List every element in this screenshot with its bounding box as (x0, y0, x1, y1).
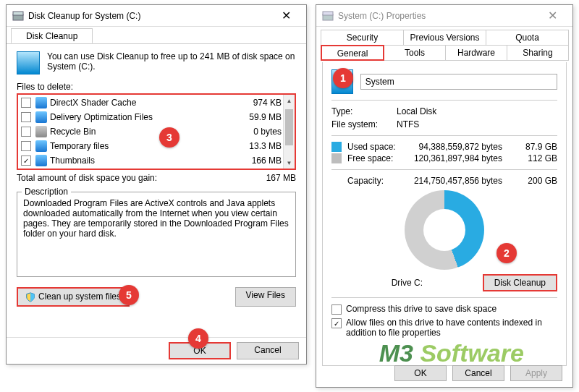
tab-quota[interactable]: Quota (486, 30, 569, 46)
file-type-icon (35, 111, 47, 123)
compress-checkbox-row[interactable]: Compress this drive to save disk space (331, 304, 557, 315)
file-name: Recycle Bin (50, 127, 241, 137)
cleanup-system-files-button[interactable]: Clean up system files (17, 287, 130, 307)
window-title: System (C:) Properties (338, 11, 538, 21)
free-swatch (331, 153, 342, 163)
general-tab-panel: Type:Local Disk File system:NTFS Used sp… (322, 62, 567, 366)
capacity-label: Capacity: (347, 176, 411, 186)
view-files-button[interactable]: View Files (235, 287, 296, 307)
files-list[interactable]: DirectX Shader Cache974 KBDelivery Optim… (17, 93, 296, 170)
drive-label: Drive C: (331, 278, 483, 288)
apply-button[interactable]: Apply (510, 365, 562, 381)
tab-security[interactable]: Security (321, 30, 404, 46)
index-checkbox[interactable]: ✓ (331, 318, 342, 328)
disk-cleanup-dialog: Disk Cleanup for System (C:) ✕ Disk Clea… (6, 4, 307, 365)
usage-pie-chart (405, 190, 484, 270)
drive-icon (322, 10, 334, 22)
free-human: 112 GB (514, 153, 557, 163)
free-space-row: Free space: 120,361,897,984 bytes 112 GB (331, 153, 557, 163)
free-bytes: 120,361,897,984 bytes (411, 153, 514, 163)
svg-rect-3 (323, 12, 333, 15)
properties-dialog: System (C:) Properties ✕ SecurityPreviou… (316, 4, 573, 388)
file-name: Thumbnails (50, 155, 241, 166)
used-label: Used space: (347, 142, 411, 152)
step-marker-4: 4 (188, 328, 208, 349)
tab-hardware[interactable]: Hardware (445, 45, 507, 61)
fs-label: File system: (331, 119, 397, 129)
used-space-row: Used space: 94,388,559,872 bytes 87.9 GB (331, 142, 557, 152)
index-checkbox-row[interactable]: ✓ Allow files on this drive to have cont… (331, 318, 557, 338)
cleanup-drive-icon (17, 51, 40, 74)
close-button[interactable]: ✕ (538, 6, 567, 26)
file-checkbox[interactable] (21, 127, 31, 137)
total-row: Total amount of disk space you gain: 167… (17, 173, 296, 183)
file-row-3[interactable]: Temporary files13.3 MB (18, 139, 295, 153)
file-name: Temporary files (50, 141, 241, 151)
scroll-down-icon[interactable]: ▼ (284, 157, 295, 169)
file-type-icon (35, 126, 47, 137)
used-human: 87.9 GB (514, 142, 557, 152)
type-label: Type: (331, 106, 397, 116)
tab-disk-cleanup[interactable]: Disk Cleanup (11, 28, 93, 43)
ok-button[interactable]: OK (394, 365, 447, 381)
drive-icon (12, 10, 24, 22)
file-row-4[interactable]: ✓Thumbnails166 MB (18, 153, 295, 168)
total-value: 167 MB (266, 173, 296, 183)
close-button[interactable]: ✕ (271, 6, 300, 26)
free-label: Free space: (347, 153, 411, 163)
cleanup-content: You can use Disk Cleanup to free up to 2… (7, 44, 306, 314)
titlebar[interactable]: System (C:) Properties ✕ (316, 5, 572, 27)
svg-rect-1 (13, 12, 23, 15)
step-marker-1: 1 (333, 68, 353, 88)
scroll-thumb[interactable] (285, 109, 293, 145)
scroll-up-icon[interactable]: ▲ (284, 95, 295, 106)
tab-sharing[interactable]: Sharing (507, 45, 569, 61)
file-checkbox[interactable] (21, 98, 31, 108)
description-text: Downloaded Program Files are ActiveX con… (23, 198, 290, 239)
file-checkbox[interactable] (21, 141, 31, 151)
tab-tools[interactable]: Tools (384, 45, 446, 61)
tab-previous-versions[interactable]: Previous Versions (403, 30, 486, 46)
index-label: Allow files on this drive to have conten… (346, 318, 557, 338)
cleanup-system-files-label: Clean up system files (38, 291, 121, 302)
file-type-icon (35, 155, 47, 166)
file-row-0[interactable]: DirectX Shader Cache974 KB (18, 95, 295, 110)
tab-general[interactable]: General (321, 45, 384, 61)
cancel-button[interactable]: Cancel (452, 365, 504, 381)
description-group-label: Description (22, 187, 71, 197)
window-title: Disk Cleanup for System (C:) (28, 11, 271, 21)
file-checkbox[interactable]: ✓ (21, 155, 31, 166)
tab-strip: Disk Cleanup (7, 28, 306, 44)
fs-value: NTFS (397, 119, 557, 129)
capacity-bytes: 214,750,457,856 bytes (411, 176, 514, 186)
file-name: Delivery Optimization Files (50, 112, 241, 122)
used-swatch (331, 142, 342, 152)
disk-cleanup-button[interactable]: Disk Cleanup (483, 274, 557, 291)
capacity-human: 200 GB (514, 176, 557, 186)
step-marker-2: 2 (496, 243, 517, 263)
total-label: Total amount of disk space you gain: (17, 173, 266, 183)
titlebar[interactable]: Disk Cleanup for System (C:) ✕ (7, 5, 306, 27)
step-marker-3: 3 (159, 127, 179, 148)
files-to-delete-label: Files to delete: (17, 82, 296, 92)
capacity-row: Capacity: 214,750,457,856 bytes 200 GB (331, 176, 557, 186)
name-row (331, 69, 557, 94)
intro-row: You can use Disk Cleanup to free up to 2… (17, 51, 296, 74)
tabs-area: SecurityPrevious VersionsQuota GeneralTo… (316, 27, 572, 366)
file-type-icon (35, 97, 47, 108)
volume-name-input[interactable] (360, 74, 557, 90)
compress-label: Compress this drive to save disk space (346, 304, 496, 314)
file-type-icon (35, 140, 47, 152)
scrollbar-vertical[interactable]: ▲ ▼ (283, 95, 295, 169)
description-group: Description Downloaded Program Files are… (17, 192, 296, 277)
intro-text: You can use Disk Cleanup to free up to 2… (47, 51, 296, 72)
file-row-2[interactable]: Recycle Bin0 bytes (18, 124, 295, 139)
file-name: DirectX Shader Cache (50, 98, 241, 108)
file-row-1[interactable]: Delivery Optimization Files59.9 MB (18, 110, 295, 124)
used-bytes: 94,388,559,872 bytes (411, 142, 514, 152)
cancel-button[interactable]: Cancel (237, 342, 299, 359)
type-value: Local Disk (397, 106, 557, 116)
file-checkbox[interactable] (21, 112, 31, 122)
compress-checkbox[interactable] (331, 304, 342, 315)
step-marker-5: 5 (119, 285, 139, 305)
